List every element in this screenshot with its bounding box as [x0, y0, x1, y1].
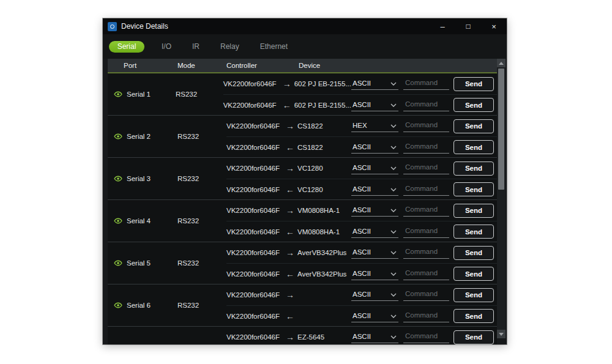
command-input[interactable]: [403, 310, 449, 322]
port-cell: Serial 4: [108, 200, 177, 242]
device-name: VC1280: [297, 186, 351, 193]
command-input[interactable]: [403, 331, 449, 343]
send-button[interactable]: Send: [453, 225, 494, 239]
controller-name: VK2200for6046F: [226, 144, 283, 151]
arrow-right-icon: →: [280, 79, 294, 89]
format-dropdown[interactable]: ASCII: [351, 289, 398, 301]
command-input[interactable]: [403, 99, 449, 111]
chevron-down-icon: [390, 335, 397, 339]
eye-icon: [114, 174, 122, 183]
format-dropdown[interactable]: ASCII: [351, 268, 398, 280]
tab-relay[interactable]: Relay: [218, 42, 242, 51]
mode-cell: RS232: [177, 158, 226, 199]
eye-icon: [114, 217, 122, 225]
send-button[interactable]: Send: [453, 330, 494, 344]
format-dropdown[interactable]: ASCII: [351, 310, 398, 322]
device-name: CS1822: [297, 144, 351, 151]
table-header: Port Mode Controller Device: [108, 59, 497, 73]
close-button[interactable]: ×: [481, 18, 507, 34]
eye-icon: [114, 132, 122, 141]
arrow-right-icon: →: [283, 290, 297, 300]
format-value: ASCII: [353, 185, 371, 193]
column-header-controller: Controller: [226, 62, 299, 69]
arrow-left-icon: ←: [280, 100, 294, 110]
send-button[interactable]: Send: [453, 182, 494, 196]
format-dropdown[interactable]: ASCII: [351, 226, 398, 238]
table-row-group: Serial 4 RS232 VK2200for6046F → VM0808HA…: [108, 199, 497, 242]
column-header-device: Device: [299, 62, 497, 69]
arrow-right-icon: →: [283, 248, 297, 258]
tab-bar: Serial I/O IR Relay Ethernet: [103, 34, 507, 59]
arrow-left-icon: ←: [283, 269, 297, 279]
send-button[interactable]: Send: [453, 119, 494, 133]
format-dropdown[interactable]: ASCII: [351, 99, 398, 111]
command-input[interactable]: [403, 204, 449, 217]
chevron-down-icon: [390, 314, 397, 318]
controller-name: VK2200for6046F: [226, 249, 283, 256]
chevron-down-icon: [390, 103, 397, 107]
tab-ethernet[interactable]: Ethernet: [258, 42, 290, 51]
send-button[interactable]: Send: [453, 77, 494, 91]
controller-name: VK2200for6046F: [226, 228, 283, 236]
mode-cell: RS232: [177, 284, 226, 326]
format-dropdown[interactable]: ASCII: [351, 184, 398, 196]
command-input[interactable]: [403, 78, 449, 90]
command-input[interactable]: [403, 184, 449, 196]
format-value: ASCII: [353, 206, 371, 214]
send-button[interactable]: Send: [453, 204, 494, 218]
mode-cell: RS232: [177, 116, 226, 157]
port-name: Serial 5: [127, 259, 151, 267]
triangle-up-icon: [499, 62, 504, 65]
command-input[interactable]: [403, 162, 449, 174]
format-dropdown[interactable]: ASCII: [351, 78, 398, 90]
command-input[interactable]: [403, 141, 449, 154]
command-input[interactable]: [403, 289, 449, 301]
format-dropdown[interactable]: ASCII: [351, 162, 398, 174]
format-dropdown[interactable]: ASCII: [351, 204, 398, 217]
serial-row: VK2200for6046F ← ASCII Send: [226, 305, 497, 326]
chevron-down-icon: [390, 146, 397, 149]
port-cell: Serial 1: [108, 73, 176, 115]
command-input[interactable]: [403, 268, 449, 280]
send-button[interactable]: Send: [453, 140, 494, 154]
command-input[interactable]: [403, 247, 449, 259]
arrow-left-icon: ←: [283, 227, 297, 237]
command-input[interactable]: [403, 226, 449, 238]
send-button[interactable]: Send: [453, 267, 494, 281]
close-icon: ×: [491, 22, 496, 31]
port-name: Serial 3: [127, 175, 151, 182]
device-name: AverVB342Plus: [297, 270, 351, 278]
vertical-scrollbar[interactable]: [497, 59, 506, 338]
format-dropdown[interactable]: ASCII: [351, 331, 398, 343]
send-button[interactable]: Send: [453, 98, 494, 112]
app-icon: [108, 22, 117, 31]
arrow-right-icon: →: [283, 121, 297, 131]
scroll-down-button[interactable]: [497, 330, 506, 338]
format-value: ASCII: [353, 228, 371, 235]
minimize-button[interactable]: –: [430, 18, 455, 34]
format-dropdown[interactable]: ASCII: [351, 247, 398, 259]
send-button[interactable]: Send: [453, 309, 494, 323]
command-input[interactable]: [403, 120, 449, 132]
format-value: ASCII: [353, 291, 371, 298]
maximize-button[interactable]: □: [455, 18, 481, 34]
serial-row: VK2200for6046F ← AverVB342Plus ASCII Sen…: [226, 263, 497, 284]
format-dropdown[interactable]: ASCII: [351, 141, 398, 154]
serial-row: VK2200for6046F → VC1280 ASCII Send: [226, 158, 497, 179]
scrollbar-thumb[interactable]: [498, 69, 504, 190]
controller-name: VK2200for6046F: [223, 80, 280, 87]
scroll-up-button[interactable]: [497, 59, 506, 67]
tab-ir[interactable]: IR: [190, 42, 202, 51]
send-button[interactable]: Send: [453, 288, 494, 302]
serial-table: Port Mode Controller Device Serial 1 RS2…: [108, 59, 497, 344]
send-button[interactable]: Send: [453, 162, 494, 176]
mode-cell: RS232: [177, 242, 226, 284]
port-name: Serial 6: [127, 302, 151, 309]
send-button[interactable]: Send: [453, 246, 494, 260]
port-cell: Serial 5: [108, 242, 177, 284]
tab-serial[interactable]: Serial: [109, 41, 144, 53]
format-dropdown[interactable]: HEX: [351, 120, 398, 132]
table-row-overflow: VK2200for6046F → EZ-5645 ASCII Send: [108, 326, 497, 344]
tab-io[interactable]: I/O: [159, 42, 174, 51]
port-name: Serial 4: [127, 217, 151, 225]
